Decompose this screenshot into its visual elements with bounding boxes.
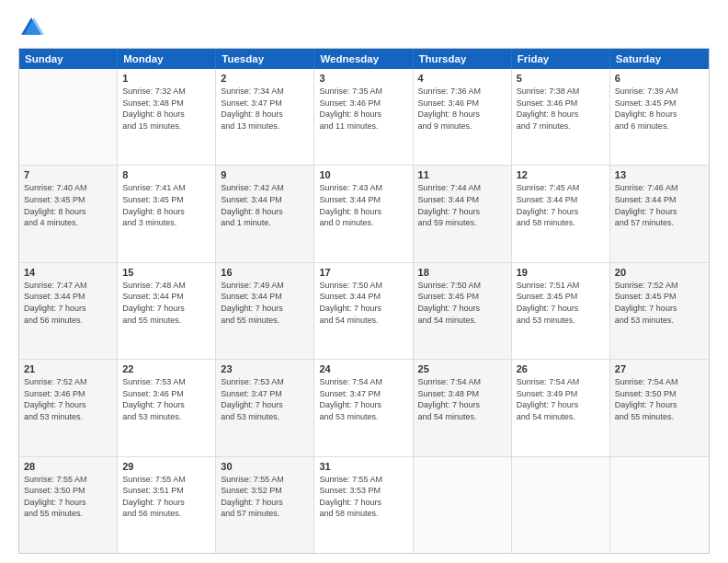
day-28: 28Sunrise: 7:55 AM Sunset: 3:50 PM Dayli… [19, 457, 118, 553]
calendar-header: SundayMondayTuesdayWednesdayThursdayFrid… [19, 49, 709, 69]
day-info: Sunrise: 7:44 AM Sunset: 3:44 PM Dayligh… [418, 182, 506, 228]
day-info: Sunrise: 7:35 AM Sunset: 3:46 PM Dayligh… [319, 86, 407, 132]
day-info: Sunrise: 7:54 AM Sunset: 3:49 PM Dayligh… [517, 376, 605, 422]
day-number: 18 [418, 267, 506, 278]
day-info: Sunrise: 7:46 AM Sunset: 3:44 PM Dayligh… [615, 182, 704, 228]
day-15: 15Sunrise: 7:48 AM Sunset: 3:44 PM Dayli… [118, 263, 216, 359]
day-info: Sunrise: 7:54 AM Sunset: 3:47 PM Dayligh… [319, 376, 407, 422]
day-number: 8 [122, 169, 210, 180]
day-6: 6Sunrise: 7:39 AM Sunset: 3:45 PM Daylig… [610, 69, 709, 165]
day-number: 28 [24, 461, 112, 472]
day-info: Sunrise: 7:53 AM Sunset: 3:47 PM Dayligh… [221, 376, 309, 422]
day-header-friday: Friday [512, 49, 610, 69]
day-info: Sunrise: 7:49 AM Sunset: 3:44 PM Dayligh… [221, 280, 309, 326]
day-8: 8Sunrise: 7:41 AM Sunset: 3:45 PM Daylig… [118, 166, 216, 261]
day-info: Sunrise: 7:55 AM Sunset: 3:53 PM Dayligh… [319, 474, 407, 520]
day-number: 19 [517, 267, 605, 278]
day-1: 1Sunrise: 7:32 AM Sunset: 3:48 PM Daylig… [118, 69, 216, 165]
day-info: Sunrise: 7:45 AM Sunset: 3:44 PM Dayligh… [517, 182, 605, 228]
day-number: 3 [319, 73, 407, 84]
calendar: SundayMondayTuesdayWednesdayThursdayFrid… [18, 48, 710, 554]
day-info: Sunrise: 7:50 AM Sunset: 3:45 PM Dayligh… [418, 280, 506, 326]
day-header-saturday: Saturday [610, 49, 709, 69]
day-20: 20Sunrise: 7:52 AM Sunset: 3:45 PM Dayli… [610, 263, 709, 359]
day-9: 9Sunrise: 7:42 AM Sunset: 3:44 PM Daylig… [216, 166, 314, 261]
day-25: 25Sunrise: 7:54 AM Sunset: 3:48 PM Dayli… [414, 360, 512, 455]
day-26: 26Sunrise: 7:54 AM Sunset: 3:49 PM Dayli… [512, 360, 610, 455]
day-number: 24 [319, 363, 407, 374]
empty-cell [610, 457, 709, 553]
day-info: Sunrise: 7:55 AM Sunset: 3:52 PM Dayligh… [221, 474, 309, 520]
day-number: 20 [615, 267, 704, 278]
day-info: Sunrise: 7:55 AM Sunset: 3:51 PM Dayligh… [122, 474, 210, 520]
day-info: Sunrise: 7:39 AM Sunset: 3:45 PM Dayligh… [615, 86, 704, 132]
day-info: Sunrise: 7:34 AM Sunset: 3:47 PM Dayligh… [221, 86, 309, 132]
day-7: 7Sunrise: 7:40 AM Sunset: 3:45 PM Daylig… [19, 166, 118, 261]
day-number: 7 [24, 169, 112, 180]
day-number: 15 [122, 267, 210, 278]
day-number: 26 [517, 363, 605, 374]
day-21: 21Sunrise: 7:52 AM Sunset: 3:46 PM Dayli… [19, 360, 118, 455]
day-number: 12 [517, 169, 605, 180]
empty-cell [19, 69, 118, 165]
day-12: 12Sunrise: 7:45 AM Sunset: 3:44 PM Dayli… [512, 166, 610, 261]
day-30: 30Sunrise: 7:55 AM Sunset: 3:52 PM Dayli… [216, 457, 314, 553]
day-info: Sunrise: 7:43 AM Sunset: 3:44 PM Dayligh… [319, 182, 407, 228]
day-number: 13 [615, 169, 704, 180]
day-number: 4 [418, 73, 506, 84]
day-info: Sunrise: 7:54 AM Sunset: 3:48 PM Dayligh… [418, 376, 506, 422]
day-info: Sunrise: 7:41 AM Sunset: 3:45 PM Dayligh… [122, 182, 210, 228]
logo [18, 15, 48, 40]
day-info: Sunrise: 7:50 AM Sunset: 3:44 PM Dayligh… [319, 280, 407, 326]
day-number: 22 [122, 363, 210, 374]
day-info: Sunrise: 7:40 AM Sunset: 3:45 PM Dayligh… [24, 182, 112, 228]
day-19: 19Sunrise: 7:51 AM Sunset: 3:45 PM Dayli… [512, 263, 610, 359]
calendar-row-3: 14Sunrise: 7:47 AM Sunset: 3:44 PM Dayli… [19, 263, 709, 360]
day-number: 9 [221, 169, 309, 180]
calendar-body: 1Sunrise: 7:32 AM Sunset: 3:48 PM Daylig… [19, 69, 709, 553]
header [18, 15, 710, 40]
day-info: Sunrise: 7:42 AM Sunset: 3:44 PM Dayligh… [221, 182, 309, 228]
day-16: 16Sunrise: 7:49 AM Sunset: 3:44 PM Dayli… [216, 263, 314, 359]
day-number: 17 [319, 267, 407, 278]
day-info: Sunrise: 7:55 AM Sunset: 3:50 PM Dayligh… [24, 474, 112, 520]
day-27: 27Sunrise: 7:54 AM Sunset: 3:50 PM Dayli… [610, 360, 709, 455]
logo-icon [18, 15, 44, 40]
empty-cell [512, 457, 610, 553]
day-info: Sunrise: 7:52 AM Sunset: 3:45 PM Dayligh… [615, 280, 704, 326]
day-header-monday: Monday [118, 49, 216, 69]
day-24: 24Sunrise: 7:54 AM Sunset: 3:47 PM Dayli… [314, 360, 413, 455]
day-number: 6 [615, 73, 704, 84]
day-header-sunday: Sunday [19, 49, 118, 69]
day-info: Sunrise: 7:51 AM Sunset: 3:45 PM Dayligh… [517, 280, 605, 326]
day-29: 29Sunrise: 7:55 AM Sunset: 3:51 PM Dayli… [118, 457, 216, 553]
day-number: 16 [221, 267, 309, 278]
day-info: Sunrise: 7:53 AM Sunset: 3:46 PM Dayligh… [122, 376, 210, 422]
day-number: 14 [24, 267, 112, 278]
day-number: 25 [418, 363, 506, 374]
day-number: 11 [418, 169, 506, 180]
calendar-row-5: 28Sunrise: 7:55 AM Sunset: 3:50 PM Dayli… [19, 457, 709, 553]
day-3: 3Sunrise: 7:35 AM Sunset: 3:46 PM Daylig… [314, 69, 413, 165]
day-header-tuesday: Tuesday [216, 49, 314, 69]
day-10: 10Sunrise: 7:43 AM Sunset: 3:44 PM Dayli… [314, 166, 413, 261]
day-info: Sunrise: 7:54 AM Sunset: 3:50 PM Dayligh… [615, 376, 704, 422]
day-header-wednesday: Wednesday [314, 49, 413, 69]
day-number: 10 [319, 169, 407, 180]
day-31: 31Sunrise: 7:55 AM Sunset: 3:53 PM Dayli… [314, 457, 413, 553]
day-header-thursday: Thursday [414, 49, 512, 69]
day-number: 27 [615, 363, 704, 374]
day-23: 23Sunrise: 7:53 AM Sunset: 3:47 PM Dayli… [216, 360, 314, 455]
day-11: 11Sunrise: 7:44 AM Sunset: 3:44 PM Dayli… [414, 166, 512, 261]
day-number: 31 [319, 461, 407, 472]
day-info: Sunrise: 7:52 AM Sunset: 3:46 PM Dayligh… [24, 376, 112, 422]
day-14: 14Sunrise: 7:47 AM Sunset: 3:44 PM Dayli… [19, 263, 118, 359]
calendar-row-2: 7Sunrise: 7:40 AM Sunset: 3:45 PM Daylig… [19, 166, 709, 262]
empty-cell [414, 457, 512, 553]
day-info: Sunrise: 7:38 AM Sunset: 3:46 PM Dayligh… [517, 86, 605, 132]
day-2: 2Sunrise: 7:34 AM Sunset: 3:47 PM Daylig… [216, 69, 314, 165]
day-number: 21 [24, 363, 112, 374]
calendar-row-4: 21Sunrise: 7:52 AM Sunset: 3:46 PM Dayli… [19, 360, 709, 456]
day-17: 17Sunrise: 7:50 AM Sunset: 3:44 PM Dayli… [314, 263, 413, 359]
day-4: 4Sunrise: 7:36 AM Sunset: 3:46 PM Daylig… [414, 69, 512, 165]
